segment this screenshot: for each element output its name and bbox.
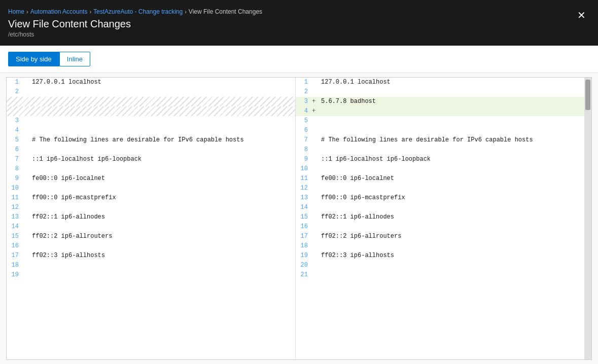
- line-number: 10: [296, 164, 312, 174]
- tab-inline[interactable]: Inline: [59, 52, 90, 66]
- left-line: [7, 97, 295, 106]
- line-marker: [312, 222, 319, 232]
- left-line: 3: [7, 116, 295, 126]
- left-panel[interactable]: 1127.0.0.1 localhost2345# The following …: [7, 78, 296, 359]
- line-number: 18: [7, 261, 23, 270]
- line-content: [30, 87, 295, 97]
- line-content: [319, 203, 584, 212]
- line-marker: [23, 174, 30, 184]
- line-number: 3: [296, 97, 312, 106]
- line-marker: [312, 203, 319, 212]
- right-line: 5: [296, 116, 584, 126]
- line-marker: [312, 164, 319, 174]
- left-line: 4: [7, 126, 295, 135]
- line-number: 1: [296, 78, 312, 87]
- line-number: 14: [296, 203, 312, 212]
- line-number: 13: [7, 212, 23, 222]
- line-marker: [23, 203, 30, 212]
- right-line: 12: [296, 184, 584, 193]
- line-marker: [312, 251, 319, 261]
- line-marker: [23, 116, 30, 126]
- line-number: 7: [7, 155, 23, 164]
- breadcrumb-sep-2: ›: [89, 9, 91, 15]
- close-button[interactable]: ✕: [573, 8, 590, 22]
- scrollbar-thumb: [585, 80, 590, 110]
- line-content: [319, 106, 584, 116]
- line-number: 5: [296, 116, 312, 126]
- right-line: 3+5.6.7.8 badhost: [296, 97, 584, 106]
- line-content: ff02::2 ip6-allrouters: [30, 232, 295, 241]
- line-number: 14: [7, 222, 23, 232]
- line-marker: [312, 78, 319, 87]
- line-marker: [23, 212, 30, 222]
- right-panel[interactable]: 1127.0.0.1 localhost23+5.6.7.8 badhost4+…: [296, 78, 584, 359]
- line-content: [319, 261, 584, 270]
- right-line: 17ff02::2 ip6-allrouters: [296, 232, 584, 241]
- right-line: 9::1 ip6-localhost ip6-loopback: [296, 155, 584, 164]
- line-number: 18: [296, 241, 312, 251]
- breadcrumb-automation[interactable]: Automation Accounts: [30, 8, 88, 15]
- line-marker: [312, 241, 319, 251]
- line-marker: [312, 155, 319, 164]
- line-content: [319, 222, 584, 232]
- line-number: 16: [296, 222, 312, 232]
- line-number: 4: [7, 126, 23, 135]
- line-content: [30, 203, 295, 212]
- left-line: [7, 106, 295, 116]
- line-number: 10: [7, 184, 23, 193]
- right-line: 20: [296, 261, 584, 270]
- line-content: [319, 164, 584, 174]
- line-content: [30, 270, 295, 280]
- line-content: ff02::3 ip6-allhosts: [30, 251, 295, 261]
- line-content: ff00::0 ip6-mcastprefix: [30, 193, 295, 203]
- line-content: # The following lines are desirable for …: [319, 135, 584, 145]
- line-marker: [23, 241, 30, 251]
- left-line: 10: [7, 184, 295, 193]
- line-content: [319, 270, 584, 280]
- line-content: [30, 261, 295, 270]
- right-line: 2: [296, 87, 584, 97]
- left-line: 16: [7, 241, 295, 251]
- left-line: 5# The following lines are desirable for…: [7, 135, 295, 145]
- line-number: 16: [7, 241, 23, 251]
- line-number: 6: [7, 145, 23, 155]
- line-marker: [312, 270, 319, 280]
- scrollbar[interactable]: [584, 78, 591, 359]
- tab-side-by-side[interactable]: Side by side: [8, 52, 59, 66]
- line-marker: [312, 261, 319, 270]
- line-marker: [312, 145, 319, 155]
- line-number: 20: [296, 261, 312, 270]
- line-content: ff02::2 ip6-allrouters: [319, 232, 584, 241]
- line-content: fe00::0 ip6-localnet: [30, 174, 295, 184]
- line-number: 11: [296, 174, 312, 184]
- line-number: 13: [296, 193, 312, 203]
- line-marker: [312, 126, 319, 135]
- breadcrumb-home[interactable]: Home: [8, 8, 24, 15]
- line-marker: +: [312, 97, 319, 106]
- breadcrumb-changetracking[interactable]: TestAzureAuto - Change tracking: [93, 8, 183, 15]
- right-line: 4+: [296, 106, 584, 116]
- line-marker: [312, 193, 319, 203]
- line-marker: [312, 87, 319, 97]
- left-line: 13ff02::1 ip6-allnodes: [7, 212, 295, 222]
- right-line: 16: [296, 222, 584, 232]
- line-number: 9: [7, 174, 23, 184]
- line-marker: [312, 184, 319, 193]
- line-content: [319, 116, 584, 126]
- left-line: 6: [7, 145, 295, 155]
- left-line: 19: [7, 270, 295, 280]
- line-content: [30, 126, 295, 135]
- line-number: 6: [296, 126, 312, 135]
- line-marker: [312, 116, 319, 126]
- line-number: 7: [296, 135, 312, 145]
- line-number: 1: [7, 78, 23, 87]
- line-content: [30, 241, 295, 251]
- line-content: [30, 184, 295, 193]
- line-marker: +: [312, 106, 319, 116]
- right-line: 1127.0.0.1 localhost: [296, 78, 584, 87]
- line-marker: [23, 222, 30, 232]
- line-content: [30, 164, 295, 174]
- line-content: ff00::0 ip6-mcastprefix: [319, 193, 584, 203]
- right-line: 19ff02::3 ip6-allhosts: [296, 251, 584, 261]
- line-number: 12: [296, 184, 312, 193]
